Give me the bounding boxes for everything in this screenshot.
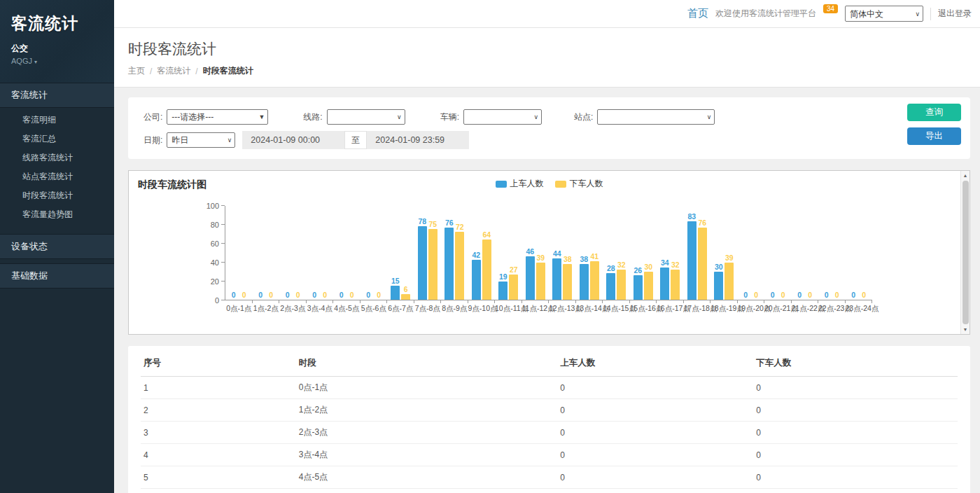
- sidebar-item-period-stats[interactable]: 时段客流统计: [0, 186, 114, 205]
- sidebar-item-base-data[interactable]: 基础数据: [0, 263, 114, 289]
- table-cell: 0: [753, 444, 958, 466]
- org-name: 公交: [11, 43, 103, 55]
- date-preset-select[interactable]: 昨日: [167, 132, 235, 148]
- x-axis-tick-mark: [441, 300, 468, 303]
- x-axis-tick-label: 14点-15点: [603, 304, 630, 314]
- org-code-label: AQGJ: [11, 57, 32, 65]
- x-axis-tick-label: 7点-8点: [414, 304, 442, 314]
- bar: [644, 272, 653, 300]
- bar-group: 3039: [710, 205, 738, 300]
- table-row: 43点-4点00: [141, 444, 958, 466]
- bar-value-label: 0: [743, 291, 748, 299]
- line-select[interactable]: [327, 109, 405, 125]
- bar-group: 4264: [468, 205, 496, 300]
- chart-vertical-scrollbar[interactable]: ▲ ▼: [960, 171, 969, 334]
- x-axis-tick-mark: [738, 300, 765, 303]
- breadcrumb-home[interactable]: 主页: [128, 65, 145, 77]
- table-header-cell: 下车人数: [753, 350, 958, 377]
- bar: [482, 239, 491, 300]
- bar-value-label: 15: [391, 277, 400, 285]
- table-row: 21点-2点00: [141, 399, 958, 422]
- sidebar-item-passenger-summary[interactable]: 客流汇总: [0, 130, 114, 148]
- bar-value-label: 0: [754, 291, 758, 299]
- bar: [671, 270, 680, 300]
- x-axis-tick-mark: [360, 300, 388, 303]
- vehicle-select[interactable]: [463, 109, 542, 125]
- bar-value-label: 64: [482, 230, 491, 239]
- table-cell: 0: [557, 377, 753, 399]
- bar: [401, 294, 410, 300]
- export-button[interactable]: 导出: [907, 127, 961, 145]
- sidebar-item-station-stats[interactable]: 站点客流统计: [0, 167, 114, 186]
- legend-item-alighting[interactable]: 下车人数: [555, 178, 603, 190]
- bar: [634, 275, 643, 300]
- x-axis-tick-label: 10点-11点: [495, 304, 522, 314]
- bar: [660, 268, 669, 300]
- bar-value-label: 30: [715, 263, 723, 271]
- org-code-dropdown[interactable]: AQGJ ▾: [11, 57, 103, 65]
- x-axis-tick-mark: [495, 300, 522, 303]
- x-axis-tick-mark: [657, 300, 684, 303]
- table-header-row: 序号时段上车人数下车人数: [141, 350, 958, 377]
- y-axis-tick-label: 80: [211, 221, 219, 229]
- scroll-down-arrow-icon[interactable]: ▼: [963, 325, 968, 334]
- x-axis-tick-label: 8点-9点: [441, 304, 468, 314]
- sidebar-item-line-stats[interactable]: 线路客流统计: [0, 148, 114, 167]
- x-axis-tick-mark: [684, 300, 711, 303]
- breadcrumb-section[interactable]: 客流统计: [157, 65, 190, 77]
- bar: [509, 275, 518, 300]
- table-row: 32点-3点00: [141, 422, 958, 444]
- x-axis-tick-label: 15点-16点: [630, 304, 657, 314]
- company-select[interactable]: ---请选择---: [167, 109, 268, 125]
- sidebar-brand-area: 客流统计 公交 AQGJ ▾: [0, 0, 114, 83]
- table-cell: 2点-3点: [296, 422, 557, 444]
- x-axis-tick-mark: [468, 300, 496, 303]
- bar: [498, 282, 507, 300]
- language-select[interactable]: 简体中文: [845, 6, 923, 22]
- x-axis-tick-mark: [576, 300, 603, 303]
- bar-value-label: 26: [634, 266, 642, 275]
- date-start-input[interactable]: 2024-01-09 00:00: [242, 131, 344, 149]
- date-end-input[interactable]: 2024-01-09 23:59: [367, 131, 469, 149]
- bar-value-label: 0: [350, 291, 354, 299]
- breadcrumb: 主页 / 客流统计 / 时段客流统计: [128, 65, 980, 77]
- sidebar-item-trend-chart[interactable]: 客流量趋势图: [0, 205, 114, 224]
- bar-group: 4639: [522, 205, 550, 300]
- x-axis-tick-mark: [818, 300, 846, 303]
- period-stats-table: 序号时段上车人数下车人数 10点-1点0021点-2点0032点-3点0043点…: [141, 350, 958, 493]
- table-cell: 6: [141, 489, 296, 493]
- station-select[interactable]: [597, 109, 715, 125]
- sidebar-item-passenger-detail[interactable]: 客流明细: [0, 111, 114, 130]
- logout-link[interactable]: 退出登录: [938, 8, 972, 20]
- chart-plot: 0000000000001567875767242641927463944383…: [225, 206, 872, 300]
- bar-value-label: 38: [564, 255, 572, 263]
- sidebar-item-passenger-stats[interactable]: 客流统计: [0, 83, 114, 108]
- bar: [391, 286, 400, 300]
- scrollbar-thumb[interactable]: [962, 181, 969, 324]
- notification-badge[interactable]: 34: [823, 4, 838, 13]
- bar-value-label: 34: [661, 258, 669, 267]
- x-axis-tick-mark: [846, 300, 873, 303]
- bar: [617, 270, 626, 300]
- bar-value-label: 38: [580, 255, 588, 263]
- bar-value-label: 75: [428, 220, 437, 228]
- x-axis-tick-mark: [414, 300, 442, 303]
- bar: [563, 264, 572, 300]
- sidebar-item-device-status[interactable]: 设备状态: [0, 234, 114, 259]
- home-link[interactable]: 首页: [687, 7, 708, 20]
- sidebar-submenu: 客流明细 客流汇总 线路客流统计 站点客流统计 时段客流统计 客流量趋势图: [0, 108, 114, 230]
- x-axis-tick-label: 17点-18点: [684, 304, 711, 314]
- x-axis-tick-label: 5点-6点: [360, 304, 388, 314]
- bar-group: 2832: [603, 205, 630, 300]
- legend-swatch-blue-icon: [496, 181, 507, 188]
- scroll-up-arrow-icon[interactable]: ▲: [963, 171, 968, 180]
- x-axis-tick-mark: [549, 300, 576, 303]
- query-button[interactable]: 查询: [907, 104, 961, 121]
- x-axis-tick-label: 18点-19点: [710, 304, 738, 314]
- legend-item-boarding[interactable]: 上车人数: [496, 178, 544, 190]
- bar: [472, 260, 481, 300]
- x-axis-tick-label: 22点-23点: [818, 304, 846, 314]
- bar-value-label: 30: [644, 263, 652, 271]
- bar-value-label: 83: [687, 212, 696, 221]
- bar-value-label: 41: [590, 252, 598, 261]
